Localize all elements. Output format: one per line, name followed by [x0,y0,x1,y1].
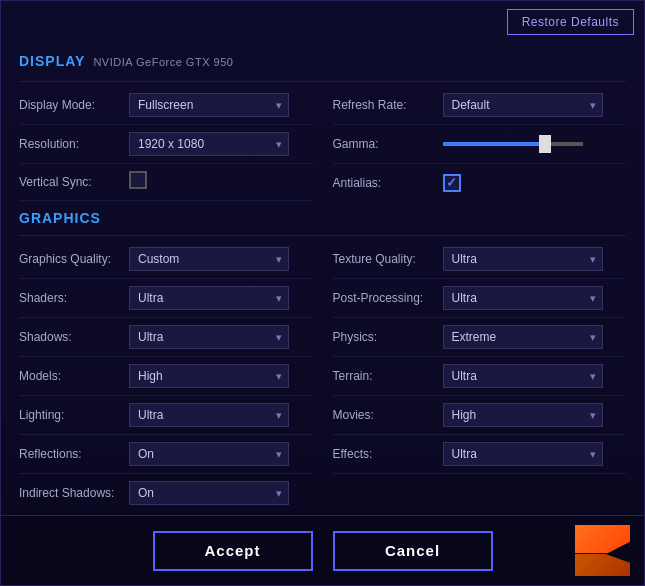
vsync-label: Vertical Sync: [19,175,129,189]
antialias-label: Antialias: [333,176,443,190]
logo-bottom [575,554,630,576]
models-select[interactable]: Low Medium High Ultra [129,364,289,388]
reflections-control: Off On [129,442,313,466]
models-dropdown-wrapper: Low Medium High Ultra [129,364,289,388]
models-control: Low Medium High Ultra [129,364,313,388]
movies-row: Movies: Low Medium High Ultra [333,396,627,435]
effects-select[interactable]: Low Medium High Ultra [443,442,603,466]
models-label: Models: [19,369,129,383]
effects-row: Effects: Low Medium High Ultra [333,435,627,474]
accept-button[interactable]: Accept [153,531,313,571]
reflections-row: Reflections: Off On [19,435,313,474]
movies-control: Low Medium High Ultra [443,403,627,427]
graphics-divider [19,235,626,236]
lighting-row: Lighting: Low Medium High Ultra [19,396,313,435]
refresh-rate-select[interactable]: Default 60 Hz 120 Hz 144 Hz [443,93,603,117]
antialias-control [443,174,627,192]
graphics-quality-row: Graphics Quality: Custom Low Medium High… [19,240,313,279]
top-bar: Restore Defaults [1,1,644,39]
graphics-quality-control: Custom Low Medium High Ultra [129,247,313,271]
vsync-checkbox[interactable] [129,171,147,189]
display-mode-dropdown-wrapper: Fullscreen Windowed Borderless [129,93,289,117]
graphics-quality-label: Graphics Quality: [19,252,129,266]
effects-label: Effects: [333,447,443,461]
indirect-shadows-control: Off On [129,481,313,505]
display-settings-grid: Display Mode: Fullscreen Windowed Border… [19,86,626,201]
shadows-select[interactable]: Low Medium High Ultra [129,325,289,349]
shaders-dropdown-wrapper: Low Medium High Ultra [129,286,289,310]
texture-quality-row: Texture Quality: Low Medium High Ultra [333,240,627,279]
post-processing-dropdown-wrapper: Low Medium High Ultra [443,286,603,310]
shadows-label: Shadows: [19,330,129,344]
terrain-select[interactable]: Low Medium High Ultra [443,364,603,388]
lighting-dropdown-wrapper: Low Medium High Ultra [129,403,289,427]
physics-select[interactable]: Low Medium High Ultra Extreme [443,325,603,349]
antialias-row: Antialias: [333,164,627,201]
gamma-slider[interactable] [443,142,583,146]
antialias-checkbox[interactable] [443,174,461,192]
refresh-rate-control: Default 60 Hz 120 Hz 144 Hz [443,93,627,117]
shaders-row: Shaders: Low Medium High Ultra [19,279,313,318]
post-processing-label: Post-Processing: [333,291,443,305]
display-mode-select[interactable]: Fullscreen Windowed Borderless [129,93,289,117]
refresh-rate-label: Refresh Rate: [333,98,443,112]
lighting-select[interactable]: Low Medium High Ultra [129,403,289,427]
indirect-shadows-label: Indirect Shadows: [19,486,129,500]
footer: Accept Cancel [1,515,644,585]
graphics-section-header: GRAPHICS [19,202,101,230]
physics-dropdown-wrapper: Low Medium High Ultra Extreme [443,325,603,349]
display-mode-label: Display Mode: [19,98,129,112]
effects-control: Low Medium High Ultra [443,442,627,466]
refresh-rate-row: Refresh Rate: Default 60 Hz 120 Hz 144 H… [333,86,627,125]
resolution-dropdown-wrapper: 1920 x 1080 1280 x 720 2560 x 1440 [129,132,289,156]
lighting-label: Lighting: [19,408,129,422]
texture-quality-control: Low Medium High Ultra [443,247,627,271]
physics-row: Physics: Low Medium High Ultra Extreme [333,318,627,357]
graphics-settings-grid: Graphics Quality: Custom Low Medium High… [19,240,626,512]
models-row: Models: Low Medium High Ultra [19,357,313,396]
resolution-control: 1920 x 1080 1280 x 720 2560 x 1440 [129,132,313,156]
reflections-label: Reflections: [19,447,129,461]
resolution-row: Resolution: 1920 x 1080 1280 x 720 2560 … [19,125,313,164]
movies-select[interactable]: Low Medium High Ultra [443,403,603,427]
vsync-row: Vertical Sync: [19,164,313,201]
movies-dropdown-wrapper: Low Medium High Ultra [443,403,603,427]
shadows-row: Shadows: Low Medium High Ultra [19,318,313,357]
cancel-button[interactable]: Cancel [333,531,493,571]
settings-content: DISPLAY NVIDIA GeForce GTX 950 Display M… [1,39,644,515]
reflections-dropdown-wrapper: Off On [129,442,289,466]
shadows-control: Low Medium High Ultra [129,325,313,349]
post-processing-select[interactable]: Low Medium High Ultra [443,286,603,310]
texture-quality-label: Texture Quality: [333,252,443,266]
shaders-control: Low Medium High Ultra [129,286,313,310]
display-divider [19,81,626,82]
reflections-select[interactable]: Off On [129,442,289,466]
logo-top [575,525,630,553]
terrain-control: Low Medium High Ultra [443,364,627,388]
logo-shape [575,525,630,575]
shadows-dropdown-wrapper: Low Medium High Ultra [129,325,289,349]
indirect-shadows-select[interactable]: Off On [129,481,289,505]
post-processing-row: Post-Processing: Low Medium High Ultra [333,279,627,318]
post-processing-control: Low Medium High Ultra [443,286,627,310]
display-gpu-label: NVIDIA GeForce GTX 950 [93,56,233,68]
lighting-control: Low Medium High Ultra [129,403,313,427]
movies-label: Movies: [333,408,443,422]
texture-quality-select[interactable]: Low Medium High Ultra [443,247,603,271]
indirect-shadows-row: Indirect Shadows: Off On [19,474,313,512]
graphics-quality-select[interactable]: Custom Low Medium High Ultra [129,247,289,271]
effects-dropdown-wrapper: Low Medium High Ultra [443,442,603,466]
gamma-row: Gamma: [333,125,627,164]
main-container: Restore Defaults DISPLAY NVIDIA GeForce … [0,0,645,586]
texture-quality-dropdown-wrapper: Low Medium High Ultra [443,247,603,271]
terrain-row: Terrain: Low Medium High Ultra [333,357,627,396]
terrain-label: Terrain: [333,369,443,383]
refresh-rate-dropdown-wrapper: Default 60 Hz 120 Hz 144 Hz [443,93,603,117]
resolution-select[interactable]: 1920 x 1080 1280 x 720 2560 x 1440 [129,132,289,156]
physics-control: Low Medium High Ultra Extreme [443,325,627,349]
shaders-label: Shaders: [19,291,129,305]
shaders-select[interactable]: Low Medium High Ultra [129,286,289,310]
graphics-quality-dropdown-wrapper: Custom Low Medium High Ultra [129,247,289,271]
display-mode-control: Fullscreen Windowed Borderless [129,93,313,117]
restore-defaults-button[interactable]: Restore Defaults [507,9,634,35]
